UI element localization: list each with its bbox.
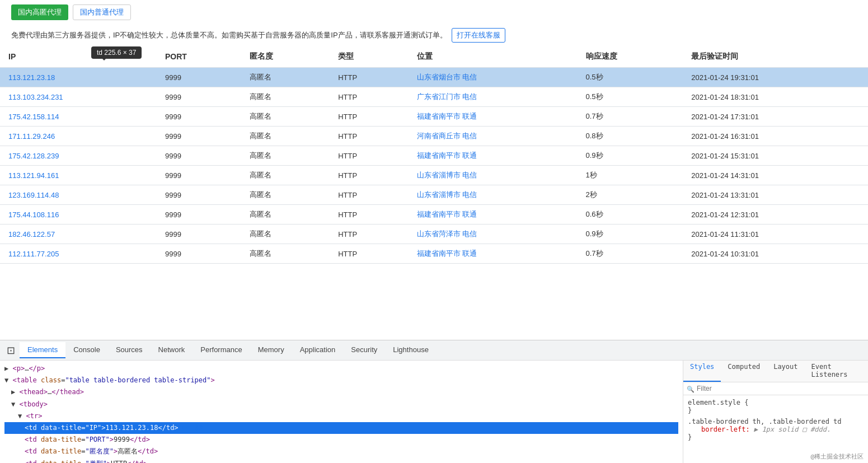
location-link[interactable]: 福建省南平市 联通 (417, 112, 477, 120)
domestic-high-anon-btn[interactable]: 国内高匿代理 (11, 4, 68, 20)
html-line-td-anon[interactable]: <td data-title="匿名度">高匿名</td> (4, 446, 678, 457)
tab-lighthouse[interactable]: Lighthouse (385, 342, 437, 358)
cell-type: HTTP (330, 225, 408, 244)
cell-location: 福建省南平市 联通 (409, 205, 578, 225)
tab-security[interactable]: Security (343, 342, 385, 358)
cell-port: 9999 (157, 68, 241, 87)
tab-performance[interactable]: Performance (193, 342, 250, 358)
cell-type: HTTP (330, 127, 408, 146)
tab-network[interactable]: Network (151, 342, 193, 358)
location-link[interactable]: 山东省烟台市 电信 (417, 73, 477, 81)
cell-port: 9999 (157, 107, 241, 127)
html-line-table[interactable]: ▼ <table class="table table-bordered tab… (4, 375, 678, 386)
devtools-body: ▶ <p>…</p> ▼ <table class="table table-b… (0, 361, 868, 463)
table-row[interactable]: 113.121.94.161 9999 高匿名 HTTP 山东省淄博市 电信 1… (0, 166, 868, 185)
location-link[interactable]: 福建省南平市 联通 (417, 151, 477, 160)
styles-tab-styles[interactable]: Styles (683, 361, 721, 382)
cell-location: 广东省江门市 电信 (409, 87, 578, 107)
devtools-panel: ⊡ Elements Console Sources Network Perfo… (0, 340, 868, 463)
filter-icon: 🔍 (687, 385, 695, 392)
cell-anon: 高匿名 (241, 185, 330, 205)
html-line-tbody[interactable]: ▼ <tbody> (4, 399, 678, 410)
watermark: @稀土掘金技术社区 (810, 452, 864, 461)
cell-location: 福建省南平市 联通 (409, 107, 578, 127)
html-line-p[interactable]: ▶ <p>…</p> (4, 363, 678, 375)
location-link[interactable]: 山东省淄博市 电信 (417, 190, 477, 199)
table-row[interactable]: 175.42.128.239 9999 高匿名 HTTP 福建省南平市 联通 0… (0, 146, 868, 166)
cell-ip: 175.42.128.239 (0, 146, 157, 166)
cell-anon: 高匿名 (241, 225, 330, 244)
cell-type: HTTP (330, 185, 408, 205)
table-row[interactable]: 175.44.108.116 9999 高匿名 HTTP 福建省南平市 联通 0… (0, 205, 868, 225)
table-row[interactable]: 113.103.234.231 9999 高匿名 HTTP 广东省江门市 电信 … (0, 87, 868, 107)
location-link[interactable]: 山东省淄博市 电信 (417, 171, 477, 179)
cell-type: HTTP (330, 205, 408, 225)
table-row[interactable]: 171.11.29.246 9999 高匿名 HTTP 河南省商丘市 电信 0.… (0, 127, 868, 146)
cell-time: 2021-01-24 18:31:01 (683, 87, 868, 107)
cell-ip: 175.42.158.114 (0, 107, 157, 127)
table-row[interactable]: 112.111.77.205 9999 高匿名 HTTP 福建省南平市 联通 0… (0, 244, 868, 264)
table-row[interactable]: 113.121.23.18 9999 高匿名 HTTP 山东省烟台市 电信 0.… (0, 68, 868, 87)
table-row[interactable]: 175.42.158.114 9999 高匿名 HTTP 福建省南平市 联通 0… (0, 107, 868, 127)
devtools-tabs: ⊡ Elements Console Sources Network Perfo… (0, 340, 868, 361)
style-prop-line: border-left: ▶ 1px solid □ #ddd. (688, 425, 864, 433)
cell-type: HTTP (330, 244, 408, 264)
cell-anon: 高匿名 (241, 205, 330, 225)
open-chat-link[interactable]: 打开在线客服 (452, 28, 505, 43)
notice-text: 免费代理由第三方服务器提供，IP不确定性较大，总体质量不高。如需购买基于自营服务… (11, 30, 447, 40)
tab-application[interactable]: Application (292, 342, 344, 358)
styles-tab-event-listeners[interactable]: Event Listeners (805, 361, 868, 382)
tab-elements[interactable]: Elements (20, 342, 65, 358)
style-close: } (688, 406, 864, 414)
cell-location: 山东省淄博市 电信 (409, 166, 578, 185)
col-type: 类型 (330, 46, 408, 68)
cell-speed: 0.9秒 (578, 146, 683, 166)
domestic-normal-btn[interactable]: 国内普通代理 (73, 4, 131, 20)
cell-type: HTTP (330, 166, 408, 185)
style-rule-element: element.style { } (688, 399, 864, 414)
tab-sources[interactable]: Sources (108, 342, 151, 358)
html-line-td-port[interactable]: <td data-title="PORT">9999</td> (4, 434, 678, 446)
html-line-tr[interactable]: ▼ <tr> (4, 410, 678, 422)
elements-panel: ▶ <p>…</p> ▼ <table class="table table-b… (0, 361, 683, 463)
cell-ip: 113.121.23.18 (0, 68, 157, 87)
location-link[interactable]: 福建省南平市 联通 (417, 249, 477, 258)
location-link[interactable]: 山东省菏泽市 电信 (417, 230, 477, 238)
cell-port: 9999 (157, 127, 241, 146)
location-link[interactable]: 福建省南平市 联通 (417, 210, 477, 218)
tab-memory[interactable]: Memory (250, 342, 292, 358)
cell-ip: 113.121.94.161 (0, 166, 157, 185)
table-row[interactable]: 182.46.122.57 9999 高匿名 HTTP 山东省菏泽市 电信 0.… (0, 225, 868, 244)
cell-anon: 高匿名 (241, 68, 330, 87)
cell-ip: 112.111.77.205 (0, 244, 157, 264)
page-content: 国内高匿代理 国内普通代理 免费代理由第三方服务器提供，IP不确定性较大，总体质… (0, 0, 868, 46)
location-link[interactable]: 广东省江门市 电信 (417, 92, 477, 101)
styles-tab-layout[interactable]: Layout (767, 361, 804, 382)
styles-tab-computed[interactable]: Computed (721, 361, 767, 382)
style-val-border: ▶ 1px solid □ #ddd. (754, 425, 831, 433)
cell-speed: 0.7秒 (578, 244, 683, 264)
table-row[interactable]: 123.169.114.48 9999 高匿名 HTTP 山东省淄博市 电信 2… (0, 185, 868, 205)
html-line-td-ip[interactable]: <td data-title="IP">113.121.23.18</td> =… (4, 422, 678, 434)
html-line-td-type[interactable]: <td data-title="类型">HTTP</td> (4, 458, 678, 464)
cell-speed: 0.6秒 (578, 205, 683, 225)
filter-wrap: 🔍 (683, 382, 868, 395)
cell-time: 2021-01-24 11:31:01 (683, 225, 868, 244)
cell-speed: 0.5秒 (578, 87, 683, 107)
styles-filter-input[interactable] (683, 382, 868, 395)
style-prop-border: border-left: (695, 425, 750, 433)
cell-anon: 高匿名 (241, 107, 330, 127)
cell-time: 2021-01-24 15:31:01 (683, 146, 868, 166)
cell-type: HTTP (330, 107, 408, 127)
cell-speed: 2秒 (578, 185, 683, 205)
cell-time: 2021-01-24 12:31:01 (683, 205, 868, 225)
tab-console[interactable]: Console (65, 342, 108, 358)
cell-type: HTTP (330, 68, 408, 87)
location-link[interactable]: 河南省商丘市 电信 (417, 132, 477, 140)
cell-port: 9999 (157, 244, 241, 264)
cell-time: 2021-01-24 17:31:01 (683, 107, 868, 127)
cell-time: 2021-01-24 10:31:01 (683, 244, 868, 264)
html-line-thead[interactable]: ▶ <thead>…</thead> (4, 386, 678, 398)
devtools-toggle-btn[interactable]: ⊡ (2, 342, 20, 359)
cell-ip: 182.46.122.57 (0, 225, 157, 244)
